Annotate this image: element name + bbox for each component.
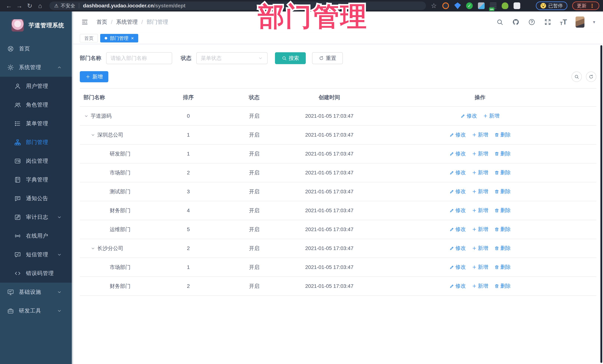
sidebar-item-error-code-mgmt[interactable]: 错误码管理 [0, 264, 73, 283]
add-action-link[interactable]: 新增 [472, 169, 488, 176]
edit-action-link[interactable]: 修改 [449, 245, 466, 252]
sidebar-item-notice[interactable]: 通知公告 [0, 189, 73, 208]
fullscreen-icon[interactable] [544, 18, 551, 26]
delete-action-link[interactable]: 删除 [494, 282, 511, 289]
edit-action-link[interactable]: 修改 [449, 264, 466, 271]
add-button[interactable]: 新增 [80, 71, 108, 82]
add-action-link[interactable]: 新增 [472, 226, 488, 233]
dept-name: 研发部门 [110, 150, 130, 157]
sidebar-item-label: 基础设施 [19, 288, 41, 296]
search-button[interactable]: 搜索 [275, 52, 306, 64]
edit-action-link[interactable]: 修改 [449, 150, 466, 157]
address-bar[interactable]: ⚠ 不安全 dashboard.yudao.iocoder.cn /system… [49, 1, 426, 10]
add-action-link[interactable]: 新增 [472, 131, 488, 138]
breadcrumb-home[interactable]: 首页 [96, 18, 107, 26]
forward-icon[interactable]: → [14, 2, 24, 10]
extension-icon-6[interactable] [502, 2, 508, 9]
home-icon[interactable]: ⌂ [35, 2, 45, 10]
sidebar-item-dict-mgmt[interactable]: 字典管理 [0, 170, 73, 189]
app-logo-row[interactable]: 芋道管理系统 [0, 11, 73, 39]
add-action-link[interactable]: 新增 [472, 282, 488, 289]
sidebar-item-label: 在线用户 [26, 232, 48, 240]
edit-action-link[interactable]: 修改 [449, 282, 466, 289]
row-expand-icon[interactable] [84, 113, 89, 119]
profile-paused-chip[interactable]: 已暂停 [536, 1, 567, 10]
extension-icon-4[interactable] [478, 2, 485, 9]
page-scrollbar[interactable] [600, 45, 602, 363]
sidebar-item-dev-tools[interactable]: 研发工具 [0, 301, 73, 320]
reload-icon[interactable]: ↻ [24, 2, 35, 10]
tab-label: 部门管理 [110, 35, 128, 41]
search-icon[interactable] [496, 18, 504, 26]
delete-action-link[interactable]: 删除 [494, 150, 511, 157]
extension-icon-5[interactable]: on [490, 2, 497, 9]
refresh-table-button[interactable] [586, 72, 596, 82]
edit-action-link[interactable]: 修改 [449, 207, 466, 214]
edit-action-link[interactable]: 修改 [449, 131, 466, 138]
sidebar-item-sms-mgmt[interactable]: 短信管理 [0, 245, 73, 264]
sidebar-item-dept-mgmt[interactable]: 部门管理 [0, 133, 73, 152]
edit-action-link[interactable]: 修改 [449, 188, 466, 195]
sidebar-item-post-mgmt[interactable]: 岗位管理 [0, 152, 73, 170]
sidebar-item-infrastructure[interactable]: 基础设施 [0, 283, 73, 301]
col-actions: 操作 [364, 88, 596, 107]
delete-action-link[interactable]: 删除 [494, 264, 511, 271]
add-action-link[interactable]: 新增 [472, 264, 488, 271]
tab-close-icon[interactable]: × [131, 35, 134, 41]
sort-cell: 5 [163, 220, 213, 239]
sidebar-item-user-mgmt[interactable]: 用户管理 [0, 77, 73, 95]
delete-action-link[interactable]: 删除 [494, 188, 511, 195]
toggle-search-button[interactable] [571, 72, 582, 82]
sidebar-item-home[interactable]: 首页 [0, 39, 73, 58]
font-size-icon[interactable]: TT [560, 18, 567, 26]
dept-name-cell: 运维部门 [80, 220, 163, 239]
delete-action-link[interactable]: 删除 [494, 226, 511, 233]
action-label: 新增 [478, 150, 488, 157]
tab-dept-mgmt[interactable]: 部门管理 × [100, 34, 138, 43]
breadcrumb-system[interactable]: 系统管理 [116, 18, 138, 26]
extension-icon-2[interactable] [454, 2, 461, 9]
edit-action-link[interactable]: 修改 [449, 226, 466, 233]
avatar[interactable] [576, 16, 584, 28]
add-action-link[interactable]: 新增 [472, 207, 488, 214]
edit-action-link[interactable]: 修改 [461, 112, 477, 119]
sidebar-item-label: 首页 [19, 45, 30, 53]
sidebar-item-system-admin[interactable]: 系统管理 [0, 58, 73, 77]
delete-action-link[interactable]: 删除 [494, 169, 511, 176]
tab-home[interactable]: 首页 [80, 34, 98, 43]
extension-icon-1[interactable] [442, 2, 449, 9]
refresh-icon [589, 74, 594, 79]
delete-action-link[interactable]: 删除 [494, 207, 511, 214]
security-label[interactable]: 不安全 [61, 3, 75, 9]
hamburger-icon[interactable] [81, 18, 89, 26]
dept-name-input[interactable] [106, 52, 172, 64]
sidebar-item-menu-mgmt[interactable]: 菜单管理 [0, 114, 73, 133]
add-action-link[interactable]: 新增 [472, 150, 488, 157]
created-cell: 2021-01-05 17:03:47 [295, 125, 364, 144]
chevron-down-icon [57, 289, 62, 295]
delete-action-link[interactable]: 删除 [494, 245, 511, 252]
delete-action-link[interactable]: 删除 [494, 131, 511, 138]
github-icon[interactable] [512, 18, 520, 26]
add-action-link[interactable]: 新增 [472, 245, 488, 252]
add-action-link[interactable]: 新增 [483, 112, 499, 119]
chrome-update-button[interactable]: 更新 ⋮ [572, 1, 599, 10]
add-action-link[interactable]: 新增 [472, 188, 488, 195]
bookmark-star-icon[interactable]: ☆ [431, 2, 437, 10]
row-expand-icon[interactable] [90, 132, 95, 138]
reset-button[interactable]: 重置 [312, 52, 343, 64]
sidebar-item-role-mgmt[interactable]: 角色管理 [0, 95, 73, 114]
sidebar-item-online-users[interactable]: 在线用户 [0, 226, 73, 245]
avatar-caret-icon[interactable]: ▾ [593, 20, 595, 25]
trash-icon [494, 132, 499, 137]
status-select[interactable]: 菜单状态 [196, 52, 267, 64]
extension-puzzle-icon[interactable] [514, 2, 520, 9]
extension-icon-3[interactable]: ✓ [466, 2, 473, 9]
plus-icon [472, 189, 477, 194]
chrome-menu-dots-icon[interactable]: ⋮ [590, 3, 595, 9]
back-icon[interactable]: ← [4, 2, 14, 10]
sidebar-item-audit-log[interactable]: 审计日志 [0, 208, 73, 226]
edit-action-link[interactable]: 修改 [449, 169, 466, 176]
help-icon[interactable] [528, 18, 535, 26]
row-expand-icon[interactable] [90, 246, 95, 251]
